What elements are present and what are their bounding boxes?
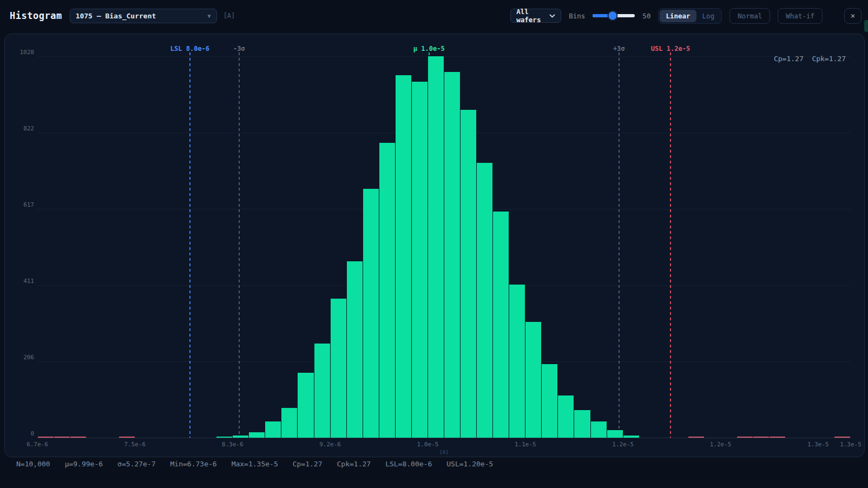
histogram-bar [216, 437, 232, 438]
histogram-bar [347, 261, 363, 438]
histogram-bar [834, 437, 850, 438]
status-item: Min=6.73e-6 [170, 460, 217, 468]
histogram-plot: 02064116178221028LSL 8.0e-6-3σμ 1.0e-5+3… [5, 34, 864, 457]
y-axis-label: 0 [5, 430, 34, 437]
status-item: N=10,000 [16, 460, 50, 468]
histogram-bar [119, 437, 135, 438]
x-axis-label: 1.3e-5 [807, 441, 829, 448]
parameter-select[interactable]: 1075 — Bias_Current ▼ [70, 9, 217, 23]
x-axis-label: 1.0e-5 [417, 441, 439, 448]
dropdown-arrow-icon: ▼ [208, 13, 211, 19]
x-axis-caption: [A] [439, 450, 448, 455]
y-axis-label: 1028 [5, 49, 34, 56]
status-item: USL=1.20e-5 [446, 460, 493, 468]
corner-accent [864, 20, 868, 32]
y-gridline [37, 438, 851, 438]
histogram-bar [737, 437, 753, 438]
toolbar-right-cluster: All wafers Bins 50 Linear Log Normal Wha… [510, 8, 862, 24]
status-item: Cpk=1.27 [337, 460, 371, 468]
histogram-bar [444, 72, 460, 438]
usl-line [670, 52, 671, 438]
x-axis-label: 8.3e-6 [222, 441, 244, 448]
log-toggle-button[interactable]: Log [696, 10, 721, 22]
histogram-bar [558, 395, 574, 438]
scale-toggle: Linear Log [658, 8, 722, 24]
toolbar: Histogram 1075 — Bias_Current ▼ [A] All … [0, 0, 868, 31]
histogram-bar [233, 436, 248, 438]
unit-label: [A] [223, 12, 235, 19]
y-axis-label: 206 [5, 354, 34, 361]
usl-label: USL 1.2e-5 [651, 45, 690, 52]
histogram-bar [298, 373, 313, 438]
status-bar: N=10,000μ=9.99e-6σ=5.27e-7Min=6.73e-6Max… [16, 460, 863, 468]
parameter-select-value: 1075 — Bias_Current [76, 12, 156, 20]
app-title: Histogram [10, 10, 62, 21]
x-axis-label: 1.2e-5 [710, 441, 732, 448]
chevron-down-icon [549, 14, 555, 18]
histogram-bar [38, 437, 54, 438]
bins-slider[interactable] [593, 14, 635, 17]
x-axis-label: 1.3e-5 [840, 441, 862, 448]
histogram-bar [525, 322, 541, 438]
histogram-bar [770, 437, 785, 438]
capability-annotation: Cp=1.27 Cpk=1.27 [774, 55, 846, 63]
histogram-bar [331, 299, 346, 438]
y-axis-label: 822 [5, 125, 34, 132]
minus-3sigma-line [239, 52, 240, 438]
y-gridline [37, 56, 851, 57]
bins-value: 50 [642, 12, 650, 20]
normal-button[interactable]: Normal [729, 8, 770, 24]
histogram-bar [412, 82, 428, 438]
histogram-bar [396, 75, 411, 438]
histogram-bar [314, 344, 330, 438]
histogram-bar [477, 163, 492, 438]
y-axis-label: 617 [5, 201, 34, 208]
plus-3sigma-label: +3σ [613, 45, 625, 52]
bins-slider-thumb[interactable] [609, 12, 617, 20]
mu-label: μ 1.0e-5 [413, 45, 445, 52]
histogram-bar [70, 437, 86, 438]
histogram-bar [265, 421, 281, 438]
histogram-bar [249, 432, 265, 438]
lsl-line [189, 52, 190, 438]
minus-3sigma-label: -3σ [233, 45, 245, 52]
bins-label: Bins [569, 12, 585, 20]
status-item: Cp=1.27 [293, 460, 323, 468]
x-axis-label: 6.7e-6 [27, 441, 48, 448]
histogram-bar [574, 410, 590, 438]
whatif-button[interactable]: What-if [778, 8, 823, 24]
wafer-select-value: All wafers [516, 8, 549, 24]
x-axis-label: 9.2e-6 [319, 441, 341, 448]
status-item: σ=5.27e-7 [117, 460, 155, 468]
linear-toggle-button[interactable]: Linear [660, 10, 696, 22]
x-axis-label: 1.2e-5 [612, 441, 634, 448]
wafer-select[interactable]: All wafers [510, 9, 561, 23]
histogram-bar [607, 430, 623, 438]
x-axis-label: 1.1e-5 [515, 441, 536, 448]
lsl-label: LSL 8.0e-6 [170, 45, 209, 52]
histogram-bar [688, 437, 704, 438]
y-axis-label: 411 [5, 278, 34, 285]
histogram-bar [542, 364, 557, 438]
histogram-bar [281, 408, 297, 438]
histogram-bar [623, 436, 639, 438]
histogram-bar [591, 421, 607, 438]
chart-panel: 02064116178221028LSL 8.0e-6-3σμ 1.0e-5+3… [4, 34, 865, 457]
status-item: Max=1.35e-5 [232, 460, 278, 468]
close-button[interactable]: × [844, 8, 862, 24]
histogram-bar [493, 212, 509, 438]
histogram-bar [428, 56, 444, 438]
histogram-bar [379, 143, 395, 438]
histogram-bar [509, 285, 525, 438]
histogram-bar [461, 110, 476, 438]
status-item: μ=9.99e-6 [65, 460, 103, 468]
histogram-bar [54, 437, 70, 438]
x-axis-label: 7.5e-6 [124, 441, 146, 448]
histogram-bar [363, 189, 379, 438]
status-item: LSL=8.00e-6 [385, 460, 432, 468]
histogram-bar [753, 437, 769, 438]
plus-3sigma-line [619, 52, 620, 438]
